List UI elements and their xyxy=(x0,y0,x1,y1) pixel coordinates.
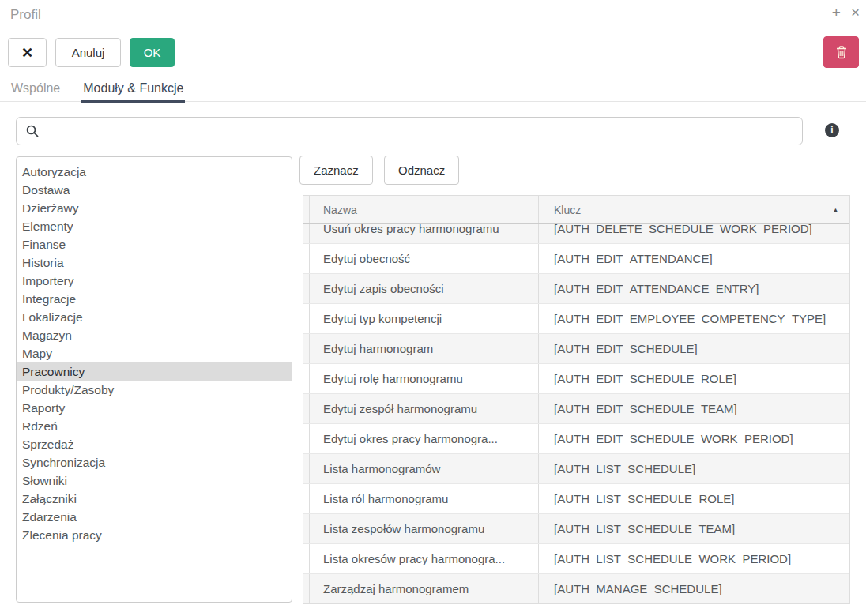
cancel-button[interactable]: Anuluj xyxy=(55,38,121,67)
category-item[interactable]: Rdzeń xyxy=(17,417,292,435)
category-item[interactable]: Zlecenia pracy xyxy=(17,526,292,544)
table-row[interactable]: Lista ról harmonogramu[AUTH_LIST_SCHEDUL… xyxy=(303,484,849,514)
row-gutter xyxy=(303,544,310,573)
table-header-row: Nazwa Klucz ▲ xyxy=(303,196,849,224)
close-x-button[interactable]: ✕ xyxy=(8,38,47,67)
table-row[interactable]: Edytuj rolę harmonogramu[AUTH_EDIT_SCHED… xyxy=(303,364,849,394)
row-gutter xyxy=(303,514,310,543)
row-gutter xyxy=(303,454,310,483)
cell-klucz: [AUTH_MANAGE_SCHEDULE] xyxy=(539,574,849,603)
cell-nazwa: Edytuj harmonogram xyxy=(310,334,539,363)
column-header-nazwa[interactable]: Nazwa xyxy=(310,196,539,223)
category-item[interactable]: Dzierżawy xyxy=(17,199,292,217)
cell-nazwa: Edytuj zapis obecności xyxy=(310,274,539,303)
cell-klucz: [AUTH_EDIT_ATTENDANCE] xyxy=(539,244,849,273)
cell-klucz: [AUTH_LIST_SCHEDULE] xyxy=(539,454,849,483)
window-bottom-border xyxy=(0,607,866,607)
cell-nazwa: Lista zespołów harmonogramu xyxy=(310,514,539,543)
cell-klucz: [AUTH_EDIT_ATTENDANCE_ENTRY] xyxy=(539,274,849,303)
category-item[interactable]: Mapy xyxy=(17,344,292,362)
ok-button[interactable]: OK xyxy=(130,38,175,67)
cell-nazwa: Edytuj typ kompetencji xyxy=(310,304,539,333)
window-controls: + × xyxy=(832,5,860,21)
search-input[interactable] xyxy=(40,118,802,145)
column-header-klucz[interactable]: Klucz ▲ xyxy=(539,196,849,223)
row-gutter xyxy=(303,394,310,423)
table-row[interactable]: Lista harmonogramów[AUTH_LIST_SCHEDULE] xyxy=(303,454,849,484)
cell-klucz: [AUTH_LIST_SCHEDULE_ROLE] xyxy=(539,484,849,513)
table-scroll-viewport[interactable]: Usuń okres pracy harmonogramu[AUTH_DELET… xyxy=(303,224,849,603)
cell-nazwa: Edytuj okres pracy harmonogra... xyxy=(310,424,539,453)
category-item[interactable]: Sprzedaż xyxy=(17,435,292,453)
cell-klucz: [AUTH_EDIT_EMPLOYEE_COMPETENCY_TYPE] xyxy=(539,304,849,333)
plus-icon[interactable]: + xyxy=(832,5,841,21)
cell-klucz: [AUTH_EDIT_SCHEDULE_ROLE] xyxy=(539,364,849,393)
cell-nazwa: Usuń okres pracy harmonogramu xyxy=(310,224,539,243)
table-row[interactable]: Lista zespołów harmonogramu[AUTH_LIST_SC… xyxy=(303,514,849,544)
cell-nazwa: Edytuj obecność xyxy=(310,244,539,273)
table-row[interactable]: Edytuj zespół harmonogramu[AUTH_EDIT_SCH… xyxy=(303,394,849,424)
category-item[interactable]: Pracownicy xyxy=(17,362,292,381)
page-title: Profil xyxy=(10,7,41,23)
cell-nazwa: Zarządzaj harmonogramem xyxy=(310,574,539,603)
trash-icon xyxy=(835,45,848,59)
cell-klucz: [AUTH_LIST_SCHEDULE_WORK_PERIOD] xyxy=(539,544,849,573)
cell-nazwa: Lista ról harmonogramu xyxy=(310,484,539,513)
search-icon xyxy=(25,124,40,138)
category-item[interactable]: Historia xyxy=(17,254,292,272)
table-row[interactable]: Edytuj harmonogram[AUTH_EDIT_SCHEDULE] xyxy=(303,334,849,364)
row-gutter xyxy=(303,484,310,513)
category-item[interactable]: Importery xyxy=(17,272,292,290)
table-row[interactable]: Edytuj okres pracy harmonogra...[AUTH_ED… xyxy=(303,424,849,454)
cell-klucz: [AUTH_EDIT_SCHEDULE_TEAM] xyxy=(539,394,849,423)
cell-klucz: [AUTH_EDIT_SCHEDULE] xyxy=(539,334,849,363)
category-item[interactable]: Raporty xyxy=(17,399,292,417)
table-row[interactable]: Edytuj typ kompetencji[AUTH_EDIT_EMPLOYE… xyxy=(303,304,849,334)
row-gutter xyxy=(303,334,310,363)
cell-klucz: [AUTH_DELETE_SCHEDULE_WORK_PERIOD] xyxy=(539,224,849,243)
row-gutter xyxy=(303,424,310,453)
search-bar xyxy=(16,117,803,145)
row-gutter xyxy=(303,574,310,603)
row-gutter xyxy=(303,274,310,303)
header-gutter xyxy=(303,196,310,223)
row-gutter xyxy=(303,364,310,393)
category-item[interactable]: Finanse xyxy=(17,235,292,254)
category-list: AutoryzacjaDostawaDzierżawyElementyFinan… xyxy=(16,156,292,603)
category-item[interactable]: Słowniki xyxy=(17,471,292,490)
sort-asc-icon[interactable]: ▲ xyxy=(832,206,839,214)
info-icon[interactable]: i xyxy=(825,123,839,137)
category-item[interactable]: Synchronizacja xyxy=(17,453,292,471)
cell-nazwa: Lista okresów pracy harmonogra... xyxy=(310,544,539,573)
column-header-klucz-label: Klucz xyxy=(554,204,581,216)
row-gutter xyxy=(303,224,310,243)
close-icon[interactable]: × xyxy=(851,5,860,21)
category-item[interactable]: Integracje xyxy=(17,290,292,308)
delete-button[interactable] xyxy=(823,36,859,68)
category-item[interactable]: Zdarzenia xyxy=(17,508,292,526)
tab-wspolne[interactable]: Wspólne xyxy=(9,81,62,103)
category-item[interactable]: Dostawa xyxy=(17,181,292,199)
table-row[interactable]: Lista okresów pracy harmonogra...[AUTH_L… xyxy=(303,544,849,574)
category-item[interactable]: Autoryzacja xyxy=(17,163,292,181)
category-item[interactable]: Produkty/Zasoby xyxy=(17,381,292,399)
permissions-table: Nazwa Klucz ▲ Usuń okres pracy harmonogr… xyxy=(303,195,850,604)
cell-klucz: [AUTH_LIST_SCHEDULE_TEAM] xyxy=(539,514,849,543)
row-gutter xyxy=(303,244,310,273)
tab-moduly-funkcje[interactable]: Moduły & Funkcje xyxy=(81,81,185,103)
cell-nazwa: Edytuj zespół harmonogramu xyxy=(310,394,539,423)
table-row[interactable]: Edytuj obecność[AUTH_EDIT_ATTENDANCE] xyxy=(303,244,849,274)
table-row[interactable]: Edytuj zapis obecności[AUTH_EDIT_ATTENDA… xyxy=(303,274,849,304)
category-item[interactable]: Lokalizacje xyxy=(17,308,292,326)
table-row[interactable]: Usuń okres pracy harmonogramu[AUTH_DELET… xyxy=(303,224,849,244)
category-item[interactable]: Magazyn xyxy=(17,326,292,344)
tab-bar: Wspólne Moduły & Funkcje xyxy=(9,81,185,103)
category-item[interactable]: Elementy xyxy=(17,217,292,235)
cell-nazwa: Lista harmonogramów xyxy=(310,454,539,483)
row-gutter xyxy=(303,304,310,333)
deselect-all-button[interactable]: Odznacz xyxy=(384,156,459,185)
cell-nazwa: Edytuj rolę harmonogramu xyxy=(310,364,539,393)
select-all-button[interactable]: Zaznacz xyxy=(299,156,373,185)
category-item[interactable]: Załączniki xyxy=(17,490,292,508)
table-row[interactable]: Zarządzaj harmonogramem[AUTH_MANAGE_SCHE… xyxy=(303,574,849,603)
